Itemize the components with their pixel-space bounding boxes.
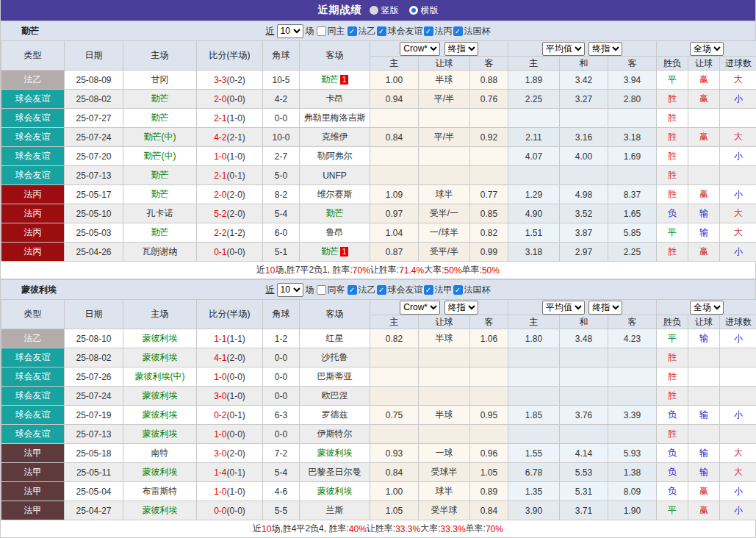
- avg-odds-select[interactable]: 平均值: [542, 301, 585, 315]
- avg-odds-home: 6.78: [508, 463, 560, 482]
- recent-link[interactable]: 近: [266, 25, 275, 37]
- radio-unselected-icon[interactable]: [370, 6, 378, 15]
- league-filter-法国杯[interactable]: ✓法国杯: [453, 284, 491, 296]
- league-filter-球会友谊[interactable]: ✓球会友谊: [377, 25, 423, 37]
- checkbox-checked-icon[interactable]: ✓: [377, 285, 386, 295]
- league-badge: 球会友谊: [1, 147, 65, 166]
- match-row: 法乙25-08-09甘冈3-3(0-2)10-5勤芒11.00半球0.881.8…: [1, 71, 756, 90]
- score-cell: 4-2(2-1): [197, 128, 263, 147]
- checkbox-unchecked-icon[interactable]: [317, 285, 326, 295]
- sub-header-avg-draw: 和: [560, 57, 608, 71]
- avg-odds-select[interactable]: 平均值: [542, 42, 585, 56]
- full-time-score: 2-0: [214, 190, 226, 200]
- handicap-odds-away: 0.76: [470, 90, 508, 109]
- checkbox-checked-icon[interactable]: ✓: [424, 285, 433, 295]
- same-away-checkbox[interactable]: 同客: [317, 284, 345, 296]
- match-count-select[interactable]: 10: [277, 24, 303, 38]
- goals-outcome: 小: [720, 482, 756, 501]
- avg-odds-home: 1.51: [508, 223, 560, 243]
- col-header-score: 比分(半场): [197, 41, 263, 71]
- score-cell: 1-4(0-1): [197, 463, 263, 482]
- full-time-score: 1-0: [214, 372, 226, 382]
- handicap-outcome: 输: [688, 204, 720, 223]
- goals-outcome: 小: [720, 406, 756, 425]
- match-date: 25-08-02: [65, 90, 123, 109]
- avg-odds-home: [508, 109, 560, 128]
- match-count-select[interactable]: 10: [277, 283, 303, 297]
- handicap-odds-home: 0.84: [370, 128, 419, 147]
- odds-source-select[interactable]: Crow*: [400, 42, 440, 56]
- odds-stage-select[interactable]: 终指: [444, 301, 478, 315]
- half-time-score: (1-0): [227, 391, 245, 401]
- league-badge: 球会友谊: [1, 387, 65, 406]
- handicap-outcome: [688, 147, 720, 166]
- avg-odds-away: [608, 348, 657, 367]
- full-time-score: 1-1: [214, 334, 226, 344]
- home-team-name: 南特: [151, 448, 169, 458]
- half-time-score: (2-0): [227, 190, 245, 200]
- avg-odds-draw: [560, 166, 608, 185]
- league-filter-法国杯[interactable]: ✓法国杯: [453, 25, 491, 37]
- col-header-type: 类型: [1, 300, 65, 329]
- checkbox-checked-icon[interactable]: ✓: [348, 26, 357, 36]
- league-filter-法乙[interactable]: ✓法乙: [348, 25, 376, 37]
- summary-segment: 50%: [444, 265, 462, 276]
- corners-cell: 10-5: [263, 71, 300, 90]
- checkbox-checked-icon[interactable]: ✓: [453, 26, 463, 36]
- result-outcome: 胜: [657, 109, 688, 128]
- handicap-odds-away: 0.99: [470, 243, 508, 262]
- match-date: 25-07-13: [65, 425, 123, 444]
- half-time-score: (1-0): [227, 487, 245, 497]
- handicap-line: 平/半: [419, 128, 470, 147]
- corners-cell: 2-7: [263, 147, 300, 166]
- scope-select[interactable]: 全场: [690, 301, 724, 315]
- home-team-name: 勤芒: [151, 170, 169, 180]
- league-filter-法乙[interactable]: ✓法乙: [348, 284, 376, 296]
- avg-odds-away: 3.39: [608, 406, 657, 425]
- half-time-score: (0-0): [227, 94, 245, 104]
- checkbox-checked-icon[interactable]: ✓: [424, 26, 433, 36]
- radio-horizontal-layout[interactable]: 横版: [409, 4, 439, 17]
- col-header-home: 主场: [123, 41, 197, 71]
- handicap-odds-home: 0.84: [370, 463, 419, 482]
- handicap-odds-home: [370, 425, 419, 444]
- handicap-odds-home: 0.75: [370, 406, 419, 425]
- home-team-cell: 布雷斯特: [123, 482, 197, 501]
- odds-source-select[interactable]: Crow*: [400, 301, 440, 315]
- matches-suffix-label: 场: [306, 284, 314, 296]
- same-home-checkbox[interactable]: 同主: [317, 25, 345, 37]
- filters: 近 10 场 同主 ✓法乙✓球会友谊✓法丙✓法国杯: [1, 24, 755, 38]
- league-badge: 法丙: [1, 243, 65, 262]
- goals-outcome: [720, 166, 756, 185]
- home-team-cell: 勤芒: [123, 109, 197, 128]
- goals-outcome: 大: [720, 444, 756, 463]
- home-team-name: 蒙彼利埃: [143, 352, 178, 362]
- league-filter-法丙[interactable]: ✓法丙: [424, 25, 453, 37]
- handicap-odds-home: 0.97: [370, 204, 419, 223]
- radio-vertical-layout[interactable]: 竖版: [370, 4, 399, 17]
- avg-stage-select[interactable]: 终指: [588, 301, 622, 315]
- home-team-name: 勤芒: [151, 112, 169, 123]
- avg-odds-draw: 4.98: [560, 185, 608, 204]
- odds-stage-select[interactable]: 终指: [444, 42, 478, 56]
- league-badge: 球会友谊: [1, 128, 65, 147]
- match-row: 球会友谊25-07-13勤芒2-1(0-1)5-0UNFP胜: [1, 166, 756, 185]
- checkbox-checked-icon[interactable]: ✓: [453, 285, 463, 295]
- radio-selected-icon[interactable]: [409, 6, 418, 15]
- league-filter-法甲[interactable]: ✓法甲: [424, 284, 453, 296]
- league-filter-球会友谊[interactable]: ✓球会友谊: [377, 284, 423, 296]
- recent-link[interactable]: 近: [266, 284, 275, 296]
- summary-segment: 33.3%: [395, 524, 420, 534]
- full-time-score: 0-1: [214, 247, 226, 257]
- avg-stage-select[interactable]: 终指: [588, 42, 622, 56]
- league-badge: 法丙: [1, 223, 65, 243]
- team-section-1: 近 10 场 同主 ✓法乙✓球会友谊✓法丙✓法国杯 勤芒 类型 日期: [1, 21, 755, 279]
- home-team-cell: 南特: [123, 444, 197, 463]
- checkbox-checked-icon[interactable]: ✓: [377, 26, 386, 36]
- half-time-score: (2-0): [227, 209, 245, 219]
- league-badge: 球会友谊: [1, 166, 65, 185]
- checkbox-checked-icon[interactable]: ✓: [348, 285, 357, 295]
- match-row: 球会友谊25-07-19蒙彼利埃0-2(0-1)6-3罗德兹0.75半球0.95…: [1, 406, 756, 425]
- scope-select[interactable]: 全场: [690, 42, 724, 56]
- checkbox-unchecked-icon[interactable]: [317, 26, 326, 36]
